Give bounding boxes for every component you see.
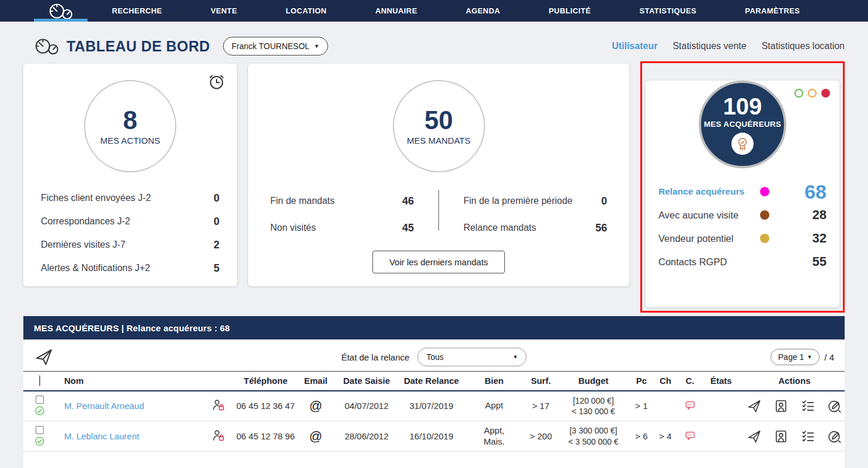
nav-item-recherche[interactable]: RECHERCHE [112,6,162,15]
stat-row-dernieres-visites[interactable]: Dernières visites J-7 2 [41,233,219,256]
stat-row-correspondances[interactable]: Correspondances J-2 0 [41,210,219,233]
person-lock-icon [211,428,226,443]
nav-item-annuaire[interactable]: ANNUAIRE [375,6,417,15]
stat-value: 56 [595,222,607,234]
mes-mandats-count: 50 [424,107,453,134]
pc-cell: > 6 [630,421,653,452]
bulk-send-paper-plane-icon[interactable] [34,346,54,368]
phone-cell: 06 45 12 36 47 [233,391,298,421]
list-section-title: MES ACQUÉREURS | Relance acquéreurs : 68 [23,316,845,339]
gold-dot [760,234,769,243]
contact-name-link[interactable]: M. Pernault Arneaud [64,401,144,411]
acq-label: Contacts RGPD [658,256,759,268]
etats-cell [702,391,744,421]
stat-row-non-visites[interactable]: Non visités 45 [270,214,414,241]
compose-pen-icon[interactable] [827,398,842,414]
at-sign-email-icon[interactable]: @ [309,429,322,443]
mes-actions-label: MES ACTIONS [100,136,161,145]
stat-label: Relance mandats [463,223,536,233]
status-dot-green[interactable] [794,89,803,98]
chat-bubble-icon[interactable] [685,430,696,441]
acq-row-avec-aucune-visite[interactable]: Avec aucune visite 28 [658,203,827,227]
select-all-checkbox[interactable] [39,375,40,386]
budget-max: < 130 000 € [557,406,630,417]
alarm-clock-icon[interactable] [208,73,225,91]
acq-label: Avec aucune visite [658,210,759,221]
top-nav: RECHERCHE VENTE LOCATION ANNUAIRE AGENDA… [0,0,868,22]
acq-row-relance-acquereurs[interactable]: Relance acquéreurs 68 [658,180,827,203]
nav-home-dashboard[interactable] [34,0,88,22]
stat-row-fin-de-mandats[interactable]: Fin de mandats 46 [270,188,414,214]
stat-row-alertes-notifications[interactable]: Alertes & Notifications J+2 5 [41,256,219,280]
person-lock-icon [211,397,226,412]
tab-statistiques-location[interactable]: Statistiques location [762,41,845,51]
contact-card-icon[interactable] [773,429,789,444]
check-circle-icon [34,436,45,446]
checklist-icon[interactable] [800,398,815,414]
nav-item-publicite[interactable]: PUBLICITÉ [549,6,591,15]
nav-item-parametres[interactable]: PARAMÈTRES [745,6,800,15]
checklist-icon[interactable] [800,429,815,444]
col-c: C. [678,372,702,391]
send-paper-plane-icon[interactable] [747,398,762,414]
at-sign-email-icon[interactable]: @ [309,398,322,413]
stat-row-fin-premiere-periode[interactable]: Fin de la première période 0 [463,188,607,214]
stat-value: 0 [601,195,607,207]
stat-value: 0 [214,192,219,204]
nav-item-location[interactable]: LOCATION [286,6,327,15]
nav-item-statistiques[interactable]: STATISTIQUES [640,6,697,15]
col-pc: Pc [630,372,653,391]
row-checkbox[interactable] [36,426,44,434]
mes-mandats-label: MES MANDATS [407,136,470,145]
acq-row-vendeur-potentiel[interactable]: Vendeur potentiel 32 [658,227,827,250]
nav-item-agenda[interactable]: AGENDA [466,6,500,15]
date-relance-cell: 31/07/2019 [399,391,463,421]
stat-row-fiches-client[interactable]: Fiches client envoyées J-2 0 [41,186,219,210]
status-dot-red[interactable] [821,89,830,98]
etats-cell [702,421,744,452]
col-date-saisie: Date Saisie [334,372,399,391]
date-saisie-cell: 28/06/2012 [334,421,399,452]
user-selector-value: Franck TOURNESOL [232,41,309,51]
bien-cell: Appt, Mais. [463,421,525,452]
page-selector-dropdown[interactable]: Page 1 ▼ [771,349,820,365]
acq-value: 55 [813,254,827,269]
tab-statistiques-vente[interactable]: Statistiques vente [672,41,746,51]
mes-mandats-counter-circle: 50 MES MANDATS [393,80,485,172]
user-selector-dropdown[interactable]: Franck TOURNESOL ▼ [223,37,328,56]
budget-cell: [120 000 €] < 130 000 € [557,391,630,421]
relance-filter-select[interactable]: Tous ▼ [417,348,527,366]
filter-label: État de la relance [341,352,410,362]
contact-name-link[interactable]: M. Leblanc Laurent [64,431,139,441]
list-band-text: MES ACQUÉREURS | Relance acquéreurs : 68 [34,323,230,333]
stat-label: Fin de la première période [463,196,573,206]
acq-label: Relance acquéreurs [658,186,759,197]
acq-label: Vendeur potentiel [658,233,759,244]
rosette-medal-icon [731,133,754,155]
card-mes-mandats: 50 MES MANDATS Fin de mandats 46 Non vis… [248,64,629,286]
surf-cell: > 200 [525,421,557,452]
stat-value: 5 [214,262,219,275]
col-contact-icon [203,372,233,391]
stat-row-relance-mandats[interactable]: Relance mandats 56 [463,214,607,241]
highlight-red-border: 109 MES ACQUÉREURS Relance acquéreurs 68… [640,61,845,313]
chevron-down-icon: ▼ [314,44,319,49]
page-header: TABLEAU DE BORD Franck TOURNESOL ▼ Utili… [0,22,868,64]
col-bien: Bien [463,372,525,391]
stat-label: Dernières visites J-7 [41,240,126,250]
send-paper-plane-icon[interactable] [747,429,762,444]
col-email: Email [298,372,334,391]
page-title: TABLEAU DE BORD [67,38,210,55]
row-checkbox[interactable] [36,396,44,404]
voir-derniers-mandats-button[interactable]: Voir les derniers mandats [372,251,505,273]
compose-pen-icon[interactable] [827,429,842,444]
contact-card-icon[interactable] [773,398,789,414]
budget-max: < 3 500 000 € [557,436,630,447]
status-dot-orange[interactable] [808,89,817,98]
acquereurs-table: Nom Téléphone Email Date Saisie Date Rel… [23,371,845,452]
tab-utilisateur[interactable]: Utilisateur [612,41,657,51]
chat-bubble-icon[interactable] [685,400,696,411]
acq-row-contacts-rgpd[interactable]: Contacts RGPD 55 [658,250,827,273]
stat-value: 45 [402,222,414,234]
nav-item-vente[interactable]: VENTE [211,6,237,15]
